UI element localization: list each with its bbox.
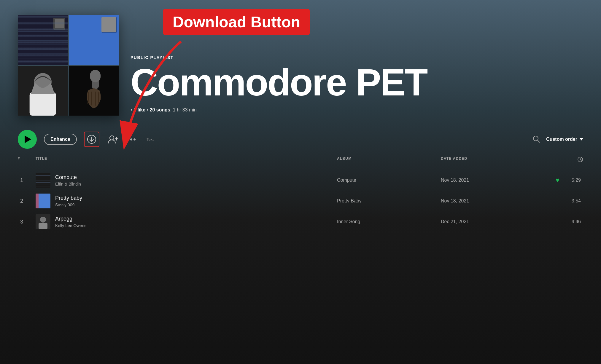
track-date: Dec 21, 2021 bbox=[441, 219, 530, 224]
track-thumbnail bbox=[36, 194, 50, 208]
search-button[interactable] bbox=[532, 135, 540, 144]
controls-right: Custom order bbox=[532, 135, 583, 144]
col-header-spacer bbox=[530, 157, 559, 162]
add-user-button[interactable] bbox=[106, 133, 120, 146]
playlist-song-count: 20 songs bbox=[150, 107, 170, 112]
track-duration: 3:54 bbox=[559, 198, 583, 204]
track-info: Pretty baby Sassy 009 bbox=[55, 195, 82, 207]
svg-rect-18 bbox=[30, 92, 56, 116]
thumb-art-3 bbox=[36, 214, 50, 229]
track-title-area: Arpeggi Kelly Lee Owens bbox=[36, 214, 337, 229]
track-info: Arpeggi Kelly Lee Owens bbox=[55, 216, 86, 228]
svg-rect-8 bbox=[18, 49, 68, 50]
svg-rect-6 bbox=[18, 40, 68, 41]
track-number: 2 bbox=[18, 198, 36, 204]
svg-rect-32 bbox=[36, 184, 50, 184]
playlist-title: Commodore PET bbox=[131, 63, 583, 101]
liked-icon[interactable]: ♥ bbox=[556, 176, 559, 184]
track-number: 1 bbox=[18, 177, 36, 183]
svg-rect-28 bbox=[36, 177, 50, 177]
custom-order-label: Custom order bbox=[546, 137, 577, 142]
svg-rect-11 bbox=[53, 18, 65, 30]
cover-cell-2 bbox=[69, 15, 119, 65]
track-thumbnail bbox=[36, 173, 50, 188]
track-album: Pretty Baby bbox=[337, 198, 441, 204]
svg-rect-7 bbox=[18, 44, 68, 45]
playlist-info: PUBLIC PLAYLIST Commodore PET • 1 like •… bbox=[131, 55, 583, 116]
download-button[interactable] bbox=[84, 132, 99, 147]
table-row[interactable]: 2 Pretty baby Sassy 009 Pretty Baby Nov … bbox=[18, 191, 583, 211]
table-row[interactable]: 1 Compute Effin & Blindin Compute bbox=[18, 170, 583, 191]
track-actions: ♥ bbox=[530, 176, 559, 184]
playlist-cover bbox=[18, 15, 119, 116]
svg-rect-31 bbox=[36, 182, 50, 183]
cover-cell-1 bbox=[18, 15, 68, 65]
track-name: Compute bbox=[55, 174, 81, 181]
svg-rect-3 bbox=[18, 27, 68, 27]
svg-rect-1 bbox=[18, 15, 68, 65]
col-header-title: TITLE bbox=[36, 157, 337, 162]
svg-rect-12 bbox=[55, 19, 64, 28]
track-info: Compute Effin & Blindin bbox=[55, 174, 81, 186]
thumb-art-1 bbox=[36, 173, 50, 188]
playlist-type-label: PUBLIC PLAYLIST bbox=[131, 55, 583, 60]
track-number: 3 bbox=[18, 219, 36, 225]
controls-bar: Enhance ••• Text Custom order bbox=[0, 124, 601, 154]
text-label: Text bbox=[147, 137, 154, 142]
table-row[interactable]: 3 Arpeggi Kelly Lee Owens Inner Song Dec… bbox=[18, 211, 583, 232]
svg-rect-30 bbox=[36, 181, 50, 181]
col-header-num: # bbox=[18, 157, 36, 162]
track-name: Pretty baby bbox=[55, 195, 82, 201]
col-header-duration bbox=[559, 157, 583, 162]
track-artist: Effin & Blindin bbox=[55, 182, 81, 186]
svg-rect-29 bbox=[36, 179, 50, 179]
add-user-icon bbox=[108, 135, 118, 144]
svg-rect-10 bbox=[18, 58, 68, 58]
svg-rect-9 bbox=[18, 53, 68, 54]
playlist-likes: 1 like bbox=[133, 107, 145, 112]
track-duration: 5:29 bbox=[559, 178, 583, 183]
cover-cell-3 bbox=[18, 66, 68, 116]
svg-rect-35 bbox=[36, 194, 39, 208]
svg-point-15 bbox=[104, 20, 115, 30]
svg-rect-5 bbox=[18, 36, 68, 36]
search-icon bbox=[532, 135, 540, 143]
track-artist: Kelly Lee Owens bbox=[55, 223, 86, 228]
svg-point-23 bbox=[110, 136, 114, 140]
svg-rect-38 bbox=[39, 223, 47, 229]
track-album: Compute bbox=[337, 178, 441, 183]
track-album: Inner Song bbox=[337, 219, 441, 224]
track-list: # TITLE ALBUM DATE ADDED 1 bbox=[0, 154, 601, 232]
track-date: Nov 18, 2021 bbox=[441, 198, 530, 204]
track-duration: 4:46 bbox=[559, 219, 583, 224]
annotation-label: Download Button bbox=[163, 9, 310, 35]
track-title-area: Compute Effin & Blindin bbox=[36, 173, 337, 188]
custom-order-button[interactable]: Custom order bbox=[546, 137, 583, 142]
track-artist: Sassy 009 bbox=[55, 202, 82, 207]
track-date: Nov 18, 2021 bbox=[441, 178, 530, 183]
enhance-button[interactable]: Enhance bbox=[44, 134, 77, 145]
chevron-down-icon bbox=[580, 138, 583, 141]
play-icon bbox=[25, 135, 31, 143]
svg-rect-33 bbox=[36, 186, 50, 186]
col-header-date: DATE ADDED bbox=[441, 157, 530, 162]
col-header-album: ALBUM bbox=[337, 157, 441, 162]
svg-rect-27 bbox=[36, 175, 50, 176]
track-list-header: # TITLE ALBUM DATE ADDED bbox=[18, 154, 583, 165]
play-button[interactable] bbox=[18, 130, 37, 149]
track-title-area: Pretty baby Sassy 009 bbox=[36, 194, 337, 208]
svg-rect-13 bbox=[69, 15, 119, 65]
download-icon bbox=[87, 135, 96, 144]
svg-rect-26 bbox=[36, 173, 50, 188]
track-name: Arpeggi bbox=[55, 216, 86, 222]
playlist-meta: • 1 like • 20 songs, 1 hr 33 min bbox=[131, 107, 583, 113]
svg-rect-2 bbox=[18, 21, 68, 21]
track-thumbnail bbox=[36, 214, 50, 229]
svg-rect-14 bbox=[101, 17, 117, 33]
cover-cell-4 bbox=[69, 66, 119, 116]
svg-rect-4 bbox=[18, 31, 68, 32]
clock-icon bbox=[577, 157, 583, 162]
playlist-duration: 1 hr 33 min bbox=[173, 107, 197, 112]
more-options-button[interactable]: ••• bbox=[127, 135, 136, 144]
thumb-art-2 bbox=[36, 194, 50, 208]
